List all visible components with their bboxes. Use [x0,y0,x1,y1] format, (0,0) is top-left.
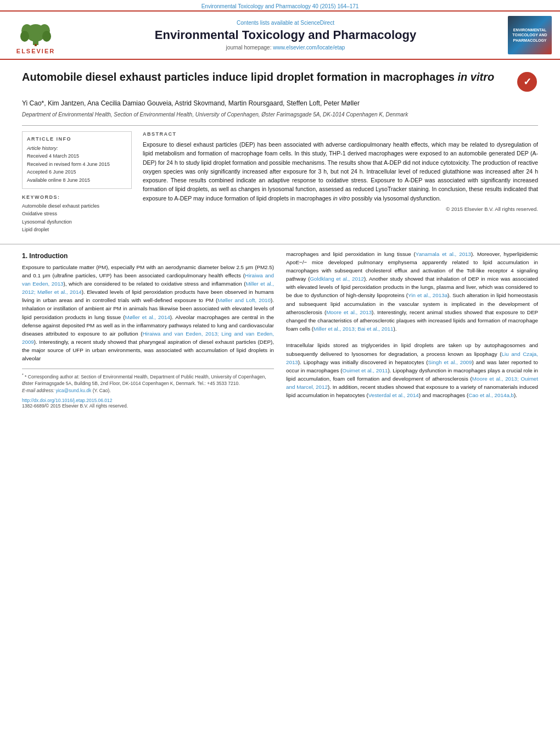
ref-singh-2009[interactable]: Singh et al., 2009 [428,359,472,365]
ref-moore-2013[interactable]: Moore et al., 2013 [326,309,372,315]
doi-link[interactable]: http://dx.doi.org/10.1016/j.etap.2015.06… [22,398,274,403]
body-two-col: 1. Introduction Exposure to particulate … [22,250,538,409]
accepted-date: Accepted 6 June 2015 [27,168,127,176]
ref-hiraiwa-ling[interactable]: Hiraiwa and van Eeden, 2013; Ling and va… [22,331,274,345]
journal-header: ELSEVIER Contents lists available at Sci… [0,10,560,60]
page: Environmental Toxicology and Pharmacolog… [0,0,560,742]
revised-date: Received in revised form 4 June 2015 [27,160,127,168]
article-info-title: ARTICLE INFO [27,136,127,142]
keyword-2: Oxidative stress [22,210,132,217]
ref-goldklang[interactable]: Goldklang et al., 2012 [310,276,364,282]
keywords-title: Keywords: [22,194,132,200]
ref-moore-ouimet[interactable]: Moore et al., 2013; Ouimet and Marcel, 2… [286,376,538,390]
email-link[interactable]: yica@sund.ku.dk [55,388,91,393]
online-date: Available online 8 June 2015 [27,176,127,184]
ref-vesterdal[interactable]: Vesterdal et al., 2014 [368,392,419,398]
article-info: ARTICLE INFO Article history: Received 4… [22,131,132,234]
body-col-left: 1. Introduction Exposure to particulate … [22,250,274,409]
ref-liu-czaja[interactable]: Liu and Czaja, 2013 [286,351,538,365]
journal-logo-text: ENVIRONMENTAL TOXICOLOGY AND PHARMACOLOG… [510,25,549,44]
ref-miller-bai[interactable]: Miller et al., 2013; Bai et al., 2011 [313,326,393,332]
ref-yin-2013a[interactable]: Yin et al., 2013a [408,292,447,298]
journal-citation: Environmental Toxicology and Pharmacolog… [0,0,560,10]
svg-point-5 [42,31,51,42]
authors: Yi Cao*, Kim Jantzen, Ana Cecilia Damiao… [22,98,538,108]
intro-heading: 1. Introduction [22,252,274,260]
intro-text-col1: Exposure to particulate matter (PM), esp… [22,263,274,363]
journal-title: Environmental Toxicology and Pharmacolog… [77,28,494,42]
elsevier-logo: ELSEVIER [5,16,66,54]
body-col-right: macrophages and lipid peroxidation in lu… [286,250,538,409]
ref-moller-loft-2010[interactable]: Møller and Loft, 2010 [217,297,271,303]
intro-text-col2: macrophages and lipid peroxidation in lu… [286,250,538,400]
crossmark-icon: ✓ [517,72,537,92]
ref-hiraiwa-2013[interactable]: Hiraiwa and van Eeden, 2013 [22,272,274,287]
article-title: Automobile diesel exhaust particles indu… [22,70,508,84]
article-title-row: Automobile diesel exhaust particles indu… [22,70,538,93]
abstract-section: ABSTRACT Exposure to diesel exhaust part… [143,131,538,234]
sciencedirect-link: Contents lists available at ScienceDirec… [77,20,494,26]
affiliation: Department of Environmental Health, Sect… [22,111,538,119]
keyword-3: Lysosomal dysfunction [22,218,132,226]
article-info-box: ARTICLE INFO Article history: Received 4… [22,131,132,189]
journal-homepage: journal homepage: www.elsevier.com/locat… [77,44,494,51]
copyright: © 2015 Elsevier B.V. All rights reserved… [143,206,538,212]
abstract-text: Exposure to diesel exhaust particles (DE… [143,140,538,203]
keyword-4: Lipid droplet [22,226,132,233]
article-content: Automobile diesel exhaust particles indu… [0,60,560,239]
footnote-section: * * Corresponding author at: Section of … [22,369,274,409]
divider-1 [22,125,538,126]
journal-logo-box: ENVIRONMENTAL TOXICOLOGY AND PHARMACOLOG… [508,16,552,54]
history-label: Article history: [27,144,127,152]
homepage-link[interactable]: www.elsevier.com/locate/etap [273,44,345,51]
journal-logo-right: ENVIRONMENTAL TOXICOLOGY AND PHARMACOLOG… [505,16,555,54]
ref-cao-2014[interactable]: Cao et al., 2014a,b [468,392,514,398]
main-body: 1. Introduction Exposure to particulate … [0,244,560,414]
issn-text: 1382-6689/© 2015 Elsevier B.V. All right… [22,403,274,409]
journal-center: Contents lists available at ScienceDirec… [66,18,505,53]
received-date: Received 4 March 2015 [27,152,127,160]
keyword-1: Automobile diesel exhaust particles [22,202,132,210]
ref-ouimet-2011[interactable]: Ouimet et al., 2011 [343,367,388,373]
article-info-abstract: ARTICLE INFO Article history: Received 4… [22,131,538,234]
ref-yanamala[interactable]: Yanamala et al., 2013 [416,251,471,257]
keywords-section: Keywords: Automobile diesel exhaust part… [22,194,132,234]
ref-moller-2014[interactable]: Møller et al., 2014 [125,314,170,320]
and-text: and [422,392,431,398]
footnote-star: * * Corresponding author at: Section of … [22,372,274,387]
svg-rect-6 [35,44,37,46]
crossmark-logo: ✓ [516,71,538,93]
elsevier-label: ELSEVIER [16,48,55,54]
elsevier-tree-icon [14,16,58,47]
footnote-email: E-mail address: yica@sund.ku.dk (Y. Cao)… [22,387,274,394]
svg-point-4 [20,31,29,42]
doi-section: http://dx.doi.org/10.1016/j.etap.2015.06… [22,398,274,409]
abstract-title: ABSTRACT [143,131,538,137]
